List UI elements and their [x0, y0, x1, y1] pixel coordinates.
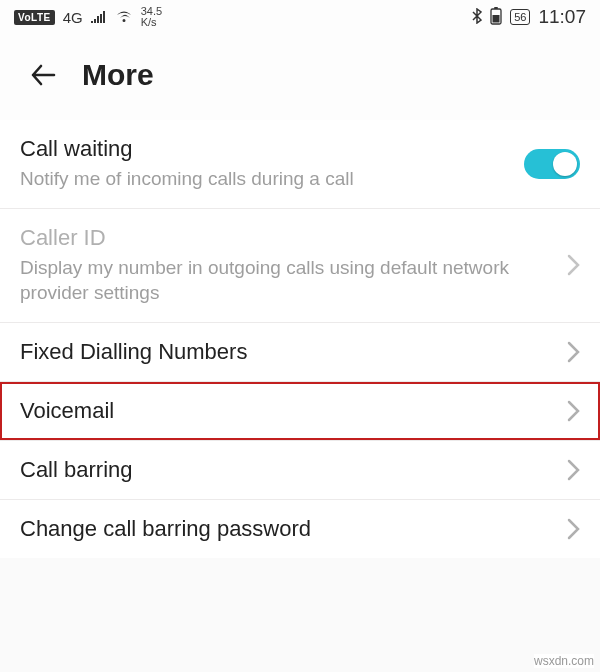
- bluetooth-icon: [472, 8, 482, 27]
- app-header: More: [0, 34, 600, 120]
- row-caller-id[interactable]: Caller ID Display my number in outgoing …: [0, 209, 600, 323]
- battery-icon: [490, 7, 502, 28]
- toggle-knob: [553, 152, 577, 176]
- back-button[interactable]: [28, 60, 58, 90]
- chevron-right-icon: [566, 340, 580, 364]
- status-bar: VoLTE 4G 34.5 K/s 56 11:07: [0, 0, 600, 34]
- call-waiting-toggle[interactable]: [524, 149, 580, 179]
- svg-rect-1: [494, 7, 498, 9]
- call-barring-title: Call barring: [20, 457, 548, 483]
- row-fixed-dialling[interactable]: Fixed Dialling Numbers: [0, 323, 600, 382]
- voicemail-title: Voicemail: [20, 398, 548, 424]
- row-change-call-barring-password[interactable]: Change call barring password: [0, 500, 600, 558]
- caller-id-title: Caller ID: [20, 225, 548, 251]
- chevron-right-icon: [566, 458, 580, 482]
- change-password-title: Change call barring password: [20, 516, 548, 542]
- signal-icon: [91, 9, 107, 26]
- page-title: More: [82, 58, 154, 92]
- call-waiting-subtitle: Notify me of incoming calls during a cal…: [20, 166, 506, 192]
- caller-id-subtitle: Display my number in outgoing calls usin…: [20, 255, 548, 306]
- svg-rect-2: [493, 15, 500, 23]
- status-right: 56 11:07: [472, 6, 586, 28]
- clock: 11:07: [538, 6, 586, 28]
- fixed-dialling-title: Fixed Dialling Numbers: [20, 339, 548, 365]
- mobile-network-label: 4G: [63, 9, 83, 26]
- network-speed: 34.5 K/s: [141, 6, 162, 28]
- call-waiting-title: Call waiting: [20, 136, 506, 162]
- chevron-right-icon: [566, 253, 580, 277]
- status-left: VoLTE 4G 34.5 K/s: [14, 6, 162, 28]
- settings-list: Call waiting Notify me of incoming calls…: [0, 120, 600, 558]
- watermark: wsxdn.com: [534, 654, 594, 668]
- row-voicemail[interactable]: Voicemail: [0, 382, 600, 441]
- wifi-icon: [115, 9, 133, 26]
- chevron-right-icon: [566, 399, 580, 423]
- row-call-barring[interactable]: Call barring: [0, 441, 600, 500]
- arrow-left-icon: [28, 60, 58, 90]
- battery-level: 56: [510, 9, 530, 25]
- speed-unit: K/s: [141, 17, 162, 28]
- chevron-right-icon: [566, 517, 580, 541]
- volte-badge: VoLTE: [14, 10, 55, 25]
- row-call-waiting[interactable]: Call waiting Notify me of incoming calls…: [0, 120, 600, 209]
